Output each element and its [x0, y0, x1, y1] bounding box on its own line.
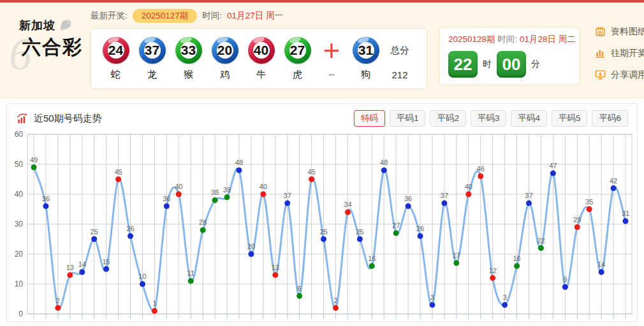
data-point[interactable] [538, 245, 544, 251]
data-point[interactable] [188, 278, 194, 284]
data-point-label: 38 [211, 188, 219, 196]
data-point[interactable] [611, 185, 617, 191]
past-draws-link-label: 往期开奖 [611, 48, 644, 59]
data-point-label: 45 [114, 168, 122, 176]
data-point-label: 35 [585, 198, 593, 206]
data-point[interactable] [103, 266, 109, 272]
share-monitor-icon [594, 69, 606, 81]
data-point[interactable] [574, 224, 580, 230]
zodiac-label: 龙 [147, 69, 157, 81]
data-point-label: 45 [307, 168, 315, 176]
data-point[interactable] [200, 227, 206, 233]
data-point[interactable] [623, 218, 629, 224]
data-point[interactable] [140, 281, 145, 287]
data-point[interactable] [502, 302, 508, 308]
data-point-label: 39 [223, 186, 231, 194]
notebook-icon [594, 25, 606, 38]
data-point-label: 13 [66, 264, 74, 271]
data-point-label: 37 [441, 192, 448, 199]
data-point[interactable] [453, 260, 459, 266]
data-point[interactable] [164, 203, 170, 209]
tab-normal-3[interactable]: 平码3 [471, 110, 507, 127]
data-point[interactable] [67, 272, 73, 278]
data-point-label: 40 [175, 183, 182, 190]
tab-normal-6[interactable]: 平码6 [592, 110, 628, 127]
special-lottery-ball: 31 [353, 37, 379, 64]
data-point-label: 37 [284, 192, 291, 199]
data-point[interactable] [418, 233, 423, 239]
tab-special[interactable]: 特码 [354, 110, 385, 127]
data-point[interactable] [224, 194, 230, 200]
data-point-label: 2 [333, 297, 337, 304]
tab-normal-4[interactable]: 平码4 [511, 110, 547, 127]
data-point[interactable] [526, 201, 532, 206]
data-point-label: 25 [356, 228, 363, 236]
data-point[interactable] [128, 233, 133, 239]
data-point-label: 29 [573, 216, 581, 223]
lottery-ball: 37 [139, 37, 166, 64]
y-tick-label: 30 [15, 220, 24, 229]
data-point[interactable] [91, 236, 97, 242]
data-point-label: 48 [235, 159, 243, 166]
lottery-ball: 20 [212, 37, 238, 64]
tab-normal-1[interactable]: 平码1 [390, 110, 426, 127]
lottery-ball: 27 [284, 37, 311, 64]
data-point[interactable] [152, 308, 157, 314]
data-point[interactable] [441, 201, 447, 206]
trend-chart-svg: 0102030405060493621314251545261013640112… [7, 131, 636, 322]
data-point[interactable] [550, 171, 556, 176]
data-point[interactable] [309, 176, 314, 182]
past-draws-link[interactable]: 往期开奖 [594, 47, 644, 59]
data-point[interactable] [406, 203, 411, 209]
data-point[interactable] [478, 173, 483, 179]
data-point[interactable] [514, 263, 520, 269]
data-point[interactable] [115, 176, 121, 182]
data-point[interactable] [272, 272, 278, 278]
logo-brand-text: 六合彩 [8, 34, 89, 60]
data-point[interactable] [236, 167, 242, 173]
y-tick-label: 0 [18, 309, 23, 318]
data-point[interactable] [381, 167, 387, 173]
tab-normal-2[interactable]: 平码2 [430, 110, 466, 127]
data-point[interactable] [176, 192, 182, 197]
data-point[interactable] [55, 305, 61, 311]
trend-tabs: 特码 平码1 平码2 平码3 平码4 平码5 平码6 [354, 110, 628, 127]
datasheet-link[interactable]: 资料图纸 [594, 25, 644, 38]
data-point-label: 13 [272, 264, 279, 271]
data-point-label: 2 [56, 297, 60, 304]
data-point[interactable] [393, 230, 399, 236]
data-point[interactable] [248, 252, 254, 257]
data-point[interactable] [357, 236, 363, 242]
ball-cell: 40 牛 [243, 37, 279, 81]
zodiac-label: 猴 [184, 69, 193, 81]
data-point[interactable] [490, 275, 495, 281]
data-point[interactable] [599, 269, 604, 275]
data-point[interactable] [212, 197, 218, 203]
total-cell: 总分 212 [384, 38, 416, 80]
data-point-label: 28 [199, 218, 207, 226]
data-point[interactable] [587, 206, 592, 212]
data-point[interactable] [333, 305, 339, 311]
data-point[interactable] [43, 203, 48, 209]
data-point[interactable] [429, 302, 435, 308]
trend-chart-icon [16, 112, 29, 125]
data-point[interactable] [284, 201, 290, 206]
ball-cell: 24 蛇 [98, 37, 134, 81]
data-point[interactable] [562, 284, 568, 290]
tab-normal-5[interactable]: 平码5 [552, 110, 588, 127]
share-embed-link[interactable]: 分享调用 [594, 69, 644, 81]
data-point-label: 12 [489, 267, 497, 274]
data-point[interactable] [465, 192, 471, 197]
data-point-label: 49 [30, 156, 38, 164]
zodiac-label: 蛇 [111, 69, 121, 81]
data-point[interactable] [369, 263, 375, 269]
data-point[interactable] [79, 269, 85, 275]
lottery-ball: 40 [248, 37, 275, 64]
data-point[interactable] [31, 164, 37, 170]
data-point[interactable] [345, 209, 351, 215]
data-point[interactable] [321, 236, 326, 242]
plus-cell: + -- [316, 38, 348, 80]
data-point-label: 27 [392, 222, 400, 229]
data-point[interactable] [296, 293, 302, 299]
data-point[interactable] [260, 192, 266, 197]
